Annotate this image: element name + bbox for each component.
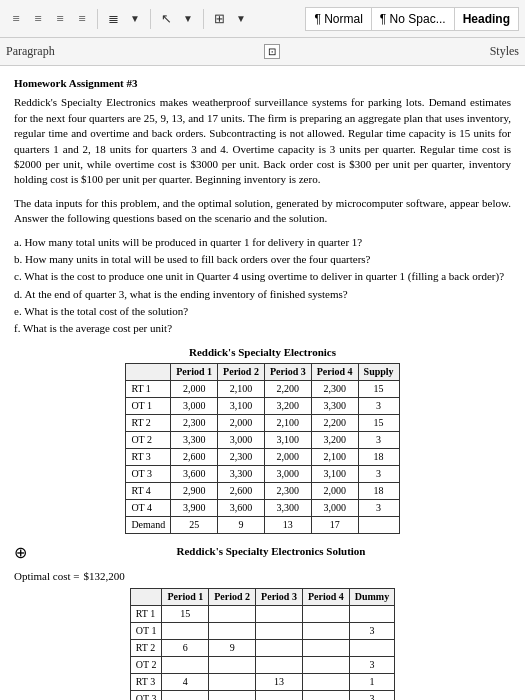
table2-row-label: RT 2: [130, 640, 162, 657]
table2-cell: [302, 691, 349, 700]
toolbar-row2: Paragraph ⊡ Styles: [0, 38, 525, 66]
table2-col-p2: Period 2: [209, 589, 256, 606]
table1-cell: 2,000: [171, 381, 218, 398]
styles-label: Styles: [490, 44, 519, 59]
table1-cell: 13: [264, 517, 311, 534]
table2-row: RT 115: [130, 606, 394, 623]
align-center-icon[interactable]: ≡: [28, 9, 48, 29]
table1-cell: 3,200: [264, 398, 311, 415]
table1-row: OT 13,0003,1003,2003,3003: [126, 398, 399, 415]
table1: Period 1 Period 2 Period 3 Period 4 Supp…: [125, 363, 399, 534]
table1-row: RT 12,0002,1002,2002,30015: [126, 381, 399, 398]
table1-cell: 3: [358, 432, 399, 449]
nospace-style-button[interactable]: ¶ No Spac...: [371, 7, 454, 31]
indent-icon[interactable]: ↖: [156, 9, 176, 29]
table1-col-p3: Period 3: [264, 364, 311, 381]
table1-row: OT 33,6003,3003,0003,1003: [126, 466, 399, 483]
table2-cell: [256, 606, 303, 623]
dropdown3-icon[interactable]: ▼: [231, 9, 251, 29]
table2-col-p1: Period 1: [162, 589, 209, 606]
table2-cell: 3: [349, 691, 394, 700]
table1-cell: 2,600: [218, 483, 265, 500]
table1-cell: 3,100: [264, 432, 311, 449]
table1-cell: 18: [358, 483, 399, 500]
crosshair-icon: ⊕: [14, 542, 27, 564]
toolbar-right: ¶ Normal ¶ No Spac... Heading: [305, 7, 519, 31]
separator3: [203, 9, 204, 29]
solution-container: ⊕ Reddick's Specialty Electronics Soluti…: [14, 542, 511, 700]
table1-cell: 3: [358, 466, 399, 483]
table2: Period 1 Period 2 Period 3 Period 4 Dumm…: [130, 588, 395, 700]
table2-header-row: Period 1 Period 2 Period 3 Period 4 Dumm…: [130, 589, 394, 606]
table1-cell: 3,600: [171, 466, 218, 483]
table2-row: RT 34131: [130, 674, 394, 691]
table2-cell: [162, 623, 209, 640]
table1-cell: 3,300: [264, 500, 311, 517]
table1-row-label: RT 4: [126, 483, 171, 500]
table1-cell: 3,000: [264, 466, 311, 483]
dropdown-icon[interactable]: ▼: [125, 9, 145, 29]
table1-cell: 3,100: [218, 398, 265, 415]
table1-row: RT 22,3002,0002,1002,20015: [126, 415, 399, 432]
table1-row-label: RT 1: [126, 381, 171, 398]
questions-list: a. How many total units will be produced…: [14, 235, 511, 337]
table2-cell: [256, 640, 303, 657]
table1-cell: 2,300: [264, 483, 311, 500]
list-icon[interactable]: ≣: [103, 9, 123, 29]
table1-cell: 2,100: [311, 449, 358, 466]
table1-cell: 3,300: [218, 466, 265, 483]
table1-cell: 2,000: [264, 449, 311, 466]
table1-cell: 3: [358, 500, 399, 517]
table2-row: RT 269: [130, 640, 394, 657]
table1-cell: 2,600: [171, 449, 218, 466]
table1-cell: 3,600: [218, 500, 265, 517]
table1-col-p1: Period 1: [171, 364, 218, 381]
expand-button[interactable]: ⊡: [264, 44, 280, 59]
dropdown2-icon[interactable]: ▼: [178, 9, 198, 29]
justify-icon[interactable]: ≡: [72, 9, 92, 29]
table2-cell: 6: [162, 640, 209, 657]
table2-row: OT 13: [130, 623, 394, 640]
table2-cell: 15: [162, 606, 209, 623]
toolbar-left: ≡ ≡ ≡ ≡ ≣ ▼ ↖ ▼ ⊞ ▼: [6, 9, 301, 29]
table2-cell: 4: [162, 674, 209, 691]
table1-col-p2: Period 2: [218, 364, 265, 381]
table1-cell: 15: [358, 415, 399, 432]
table2-cell: [302, 674, 349, 691]
paragraph-icons: ≡ ≡ ≡ ≡ ≣ ▼ ↖ ▼ ⊞ ▼: [6, 9, 251, 29]
table1-row: RT 42,9002,6002,3002,00018: [126, 483, 399, 500]
table1-cell: 3,000: [311, 500, 358, 517]
table1-row-label: OT 3: [126, 466, 171, 483]
align-left-icon[interactable]: ≡: [6, 9, 26, 29]
table2-row-label: RT 1: [130, 606, 162, 623]
optimal-cost-label: Optimal cost =: [14, 569, 79, 584]
heading-style-button[interactable]: Heading: [454, 7, 519, 31]
table1-col-p4: Period 4: [311, 364, 358, 381]
normal-style-button[interactable]: ¶ Normal: [305, 7, 370, 31]
table2-row-label: OT 3: [130, 691, 162, 700]
table1-cell: 25: [171, 517, 218, 534]
table1-cell: 15: [358, 381, 399, 398]
align-right-icon[interactable]: ≡: [50, 9, 70, 29]
table1-row-label: OT 1: [126, 398, 171, 415]
table2-cell: [209, 606, 256, 623]
table1-title: Reddick's Specialty Electronics: [14, 345, 511, 360]
table2-cell: [209, 623, 256, 640]
table2-cell: [162, 691, 209, 700]
table1-cell: 2,300: [311, 381, 358, 398]
table2-cell: 9: [209, 640, 256, 657]
table2-cell: [302, 623, 349, 640]
table2-col-dummy: Dummy: [349, 589, 394, 606]
separator2: [150, 9, 151, 29]
table1-row: Demand2591317: [126, 517, 399, 534]
table1-cell: 2,200: [264, 381, 311, 398]
table2-cell: [349, 606, 394, 623]
table2-row-label: OT 2: [130, 657, 162, 674]
table1-header-row: Period 1 Period 2 Period 3 Period 4 Supp…: [126, 364, 399, 381]
table2-cell: [302, 606, 349, 623]
table1-cell: 3,300: [171, 432, 218, 449]
table2-cell: [209, 691, 256, 700]
toolbar-row1: ≡ ≡ ≡ ≡ ≣ ▼ ↖ ▼ ⊞ ▼ ¶ Normal ¶ No Spac..…: [0, 0, 525, 38]
table1-cell: 3,000: [218, 432, 265, 449]
table-icon[interactable]: ⊞: [209, 9, 229, 29]
